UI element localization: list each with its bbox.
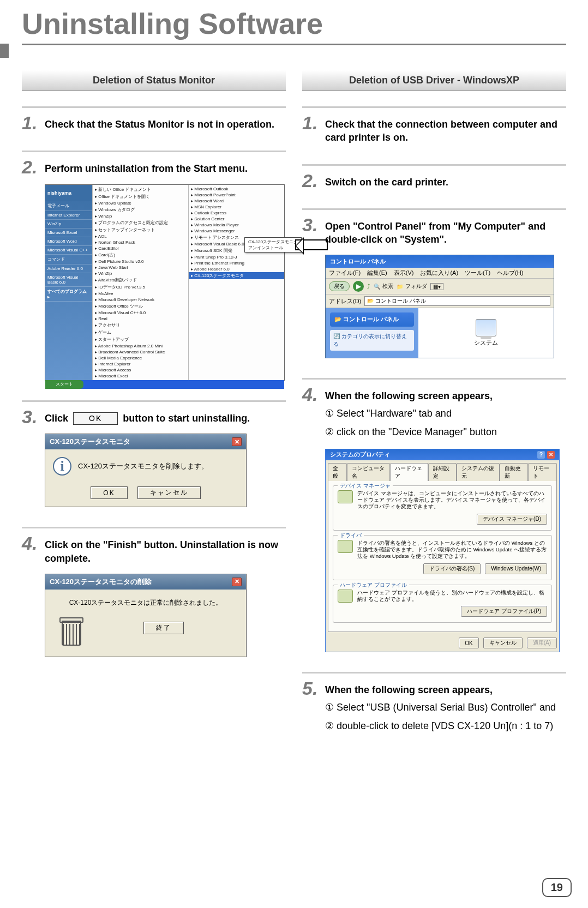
program-item[interactable]: ▸ Outlook Express [189, 210, 284, 216]
tab-ハードウェア[interactable]: ハードウェア [390, 463, 428, 481]
program-item[interactable]: ▸ プログラムのアクセスと既定の設定 [93, 219, 188, 226]
program-item[interactable]: ▸ Internet Explorer [93, 361, 188, 367]
menu-item[interactable]: ヘルプ(H) [497, 269, 523, 277]
start-pinned-item[interactable]: Microsoft Word [45, 237, 92, 246]
step-number: 1. [302, 112, 317, 134]
device-manager-button[interactable]: デバイス マネージャ(D) [477, 514, 547, 525]
program-item[interactable]: ▸ Windows Media Player [189, 222, 284, 228]
tab-システムの復元[interactable]: システムの復元 [457, 463, 500, 481]
program-item[interactable]: ▸ 新しい Office ドキュメント [93, 186, 188, 193]
start-pinned-item[interactable]: Microsoft Visual Basic 6.0 [45, 273, 92, 287]
program-item[interactable]: ▸ Microsoft PowerPoint [189, 192, 284, 198]
program-item[interactable]: ▸ Dell Picture Studio v2.0 [93, 258, 188, 264]
program-item[interactable]: ▸ ゲーム [93, 329, 188, 336]
cancel-button[interactable]: キャンセル [137, 486, 201, 499]
start-pinned-item[interactable]: 電子メール [45, 201, 92, 211]
close-icon[interactable]: ✕ [547, 451, 555, 459]
start-pinned-item[interactable]: Adobe Reader 6.0 [45, 264, 92, 273]
help-icon[interactable]: ? [537, 451, 545, 459]
program-item[interactable]: ▸ Windows Messenger [189, 228, 284, 234]
page-number: 19 [542, 878, 572, 897]
tab-詳細設定[interactable]: 詳細設定 [428, 463, 457, 481]
program-item[interactable]: ▸ Microsoft Office ツール [93, 303, 188, 310]
program-item[interactable]: ▸ Java Web Start [93, 264, 188, 270]
program-item[interactable]: ▸ CardEditor [93, 245, 188, 251]
program-item[interactable]: ▸ Dell Media Experience [93, 355, 188, 361]
program-item[interactable]: ▸ Office ドキュメントを開く [93, 193, 188, 200]
program-item[interactable]: ▸ Paint Shop Pro 3.12-J [189, 254, 284, 260]
left-step-4: 4. Click on the "Finish" button. Uninsta… [22, 527, 286, 671]
tab-コンピュータ名[interactable]: コンピュータ名 [347, 463, 390, 481]
start-pinned-item[interactable]: Microsoft Excel [45, 228, 92, 237]
program-item[interactable]: ▸ Norton Ghost Pack [93, 239, 188, 245]
driver-signing-button[interactable]: ドライバの署名(S) [423, 563, 481, 574]
close-icon[interactable]: ✕ [232, 578, 242, 586]
hardware-profile-button[interactable]: ハードウェア プロファイル(P) [461, 606, 547, 617]
program-item[interactable]: ▸ AltaVista翻訳パッド [93, 276, 188, 284]
program-item[interactable]: ▸ CX-120ステータスモニタ [189, 272, 284, 279]
start-pinned-item[interactable]: コマンド [45, 255, 92, 264]
menu-item[interactable]: 編集(E) [367, 269, 387, 277]
program-item[interactable]: ▸ AOL [93, 233, 188, 239]
sidebar-link[interactable]: 🔄 カテゴリの表示に切り替える [330, 330, 414, 351]
program-item[interactable]: ▸ Microsoft Word [189, 198, 284, 204]
menu-item[interactable]: ファイル(F) [329, 269, 361, 277]
program-item[interactable]: ▸ MSN Explorer [189, 204, 284, 210]
tab-自動更新[interactable]: 自動更新 [500, 463, 529, 481]
finish-button[interactable]: 終了 [143, 622, 184, 634]
group-desc: ドライバの署名を使うと、インストールされているドライバの Windows との互… [357, 540, 547, 560]
program-item[interactable]: ▸ IOデータCD Pro Ver.3.5 [93, 284, 188, 291]
program-item[interactable]: ▸ Adobe Reader 6.0 [189, 266, 284, 272]
view-icon[interactable]: ▦▾ [430, 283, 443, 290]
ok-button[interactable]: OK [459, 638, 478, 648]
program-item[interactable]: ▸ McAfee [93, 291, 188, 297]
program-item[interactable]: ▸ Microsoft Visual C++ 6.0 [93, 310, 188, 316]
menu-item[interactable]: 表示(V) [394, 269, 414, 277]
all-programs[interactable]: すべてのプログラム ▸ [45, 287, 92, 302]
step-substep: ① Select "USB (Universal Serial Bus) Con… [325, 700, 566, 715]
step-number: 1. [22, 112, 37, 134]
close-icon[interactable]: ✕ [232, 437, 242, 446]
menu-item[interactable]: お気に入り(A) [420, 269, 458, 277]
system-icon[interactable] [476, 319, 496, 336]
ok-button[interactable]: OK [91, 486, 127, 499]
program-item[interactable]: ▸ Microsoft Developer Network [93, 297, 188, 303]
forward-icon[interactable]: ▶ [353, 281, 364, 292]
group-desc: デバイス マネージャは、コンピュータにインストールされているすべてのハードウェア… [357, 490, 547, 510]
program-item[interactable]: ▸ Microsoft Excel [93, 373, 188, 379]
left-step-1: 1. Check that the Status Monitor is not … [22, 106, 286, 145]
start-pinned-item[interactable]: Microsoft Visual C++ [45, 246, 92, 255]
cancel-button[interactable]: キャンセル [483, 638, 523, 648]
start-button[interactable]: スタート [45, 380, 83, 389]
program-item[interactable]: ▸ WinZip [93, 270, 188, 276]
menu-item[interactable]: ツール(T) [465, 269, 490, 277]
back-button[interactable]: 戻る [329, 281, 350, 291]
program-item[interactable]: ▸ Adobe Photoshop Album 2.0 Mini [93, 343, 188, 349]
program-item[interactable]: ▸ WinZip [93, 213, 188, 219]
tab-全般[interactable]: 全般 [328, 463, 347, 481]
search-icon[interactable]: 🔍 [374, 284, 380, 290]
program-item[interactable]: ▸ Card(古) [93, 251, 188, 258]
tab-リモート[interactable]: リモート [528, 463, 557, 481]
chip-icon [338, 540, 353, 553]
program-item[interactable]: ▸ Real [93, 316, 188, 322]
windows-update-button[interactable]: Windows Update(W) [485, 563, 547, 574]
program-item[interactable]: ▸ Microsoft Outlook [189, 186, 284, 192]
program-item[interactable]: ▸ Broadcom Advanced Control Suite [93, 349, 188, 355]
program-item[interactable]: ▸ アクセサリ [93, 322, 188, 329]
step-number: 4. [302, 384, 317, 405]
address-field[interactable]: 📂 コントロール パネル [364, 296, 550, 306]
folder-icon[interactable]: 📁 [397, 284, 403, 290]
program-item[interactable]: ▸ セットアップインターネット [93, 226, 188, 233]
program-item[interactable]: ▸ Windows カタログ [93, 206, 188, 213]
program-item[interactable]: ▸ Print the Ethernet Printing [189, 260, 284, 266]
start-pinned-item[interactable]: Internet Explorer [45, 211, 92, 220]
up-icon[interactable]: ⤴ [367, 283, 370, 290]
apply-button[interactable]: 適用(A) [527, 638, 557, 648]
program-item[interactable]: ▸ Windows Update [93, 200, 188, 206]
start-pinned-item[interactable]: WinZip [45, 220, 92, 228]
program-item[interactable]: ▸ スタートアップ [93, 336, 188, 343]
program-item[interactable]: ▸ Microsoft Access [93, 367, 188, 373]
program-item[interactable]: ▸ Solution Center [189, 216, 284, 222]
chip-icon [338, 490, 353, 503]
